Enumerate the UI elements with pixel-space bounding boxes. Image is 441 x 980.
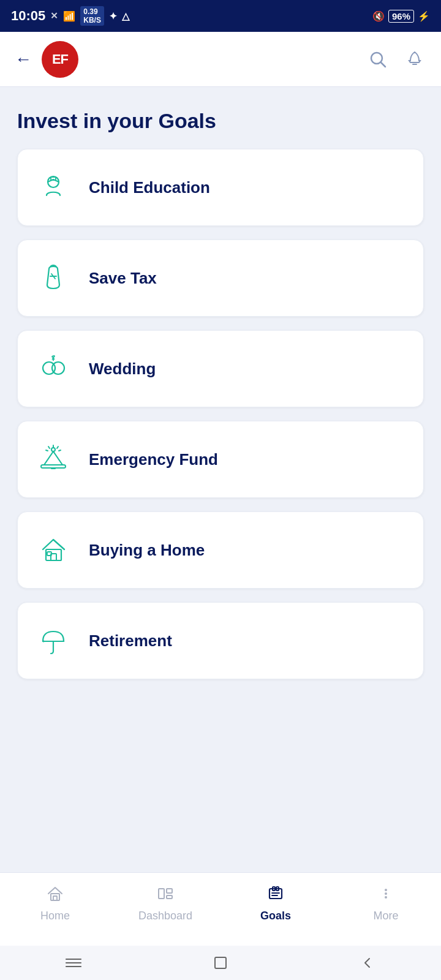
back-button[interactable]: ← xyxy=(15,50,32,69)
svg-line-10 xyxy=(57,447,58,448)
bluetooth-icon: ✦ xyxy=(109,10,117,22)
page-title-area: Invest in your Goals xyxy=(0,87,441,143)
svg-rect-15 xyxy=(46,549,61,560)
notification-button[interactable] xyxy=(403,48,426,71)
graduation-icon xyxy=(35,169,72,206)
goal-card-emergency-fund[interactable]: Emergency Fund xyxy=(17,421,424,498)
android-home-button[interactable] xyxy=(202,951,239,975)
home-icon xyxy=(35,532,72,568)
nav-item-dashboard[interactable]: Dashboard xyxy=(110,881,221,922)
svg-rect-24 xyxy=(167,895,172,899)
dashboard-nav-label: Dashboard xyxy=(138,910,192,922)
wedding-icon xyxy=(35,350,72,387)
header-left: ← EF xyxy=(15,41,78,78)
sim-icon: ✕ xyxy=(50,10,58,21)
svg-rect-36 xyxy=(215,957,226,968)
bottom-navigation: Home Dashboard Goals xyxy=(0,872,441,946)
android-menu-button[interactable] xyxy=(55,951,92,975)
time-display: 10:05 xyxy=(11,8,45,24)
svg-rect-22 xyxy=(159,889,164,899)
svg-point-31 xyxy=(385,892,387,895)
data-speed: 0.39KB/S xyxy=(80,6,104,26)
app-header: ← EF xyxy=(0,32,441,87)
goal-card-save-tax[interactable]: Save Tax xyxy=(17,239,424,317)
status-time: 10:05 ✕ 📶 0.39KB/S ✦ △ xyxy=(11,6,129,26)
goal-label-wedding: Wedding xyxy=(89,360,156,379)
svg-line-13 xyxy=(46,450,48,451)
nav-item-goals[interactable]: Goals xyxy=(221,881,331,922)
nav-item-home[interactable]: Home xyxy=(0,881,110,922)
more-nav-icon xyxy=(374,881,398,906)
goal-card-retirement[interactable]: Retirement xyxy=(17,602,424,679)
nav-item-more[interactable]: More xyxy=(331,881,441,922)
android-back-button[interactable] xyxy=(349,951,386,975)
svg-rect-20 xyxy=(51,894,59,900)
mute-icon: 🔇 xyxy=(372,10,385,22)
svg-point-30 xyxy=(385,889,387,891)
goals-nav-label: Goals xyxy=(260,910,291,922)
goal-label-buying-home: Buying a Home xyxy=(89,541,205,560)
goals-list: Child Education Save Tax Wedding xyxy=(0,143,441,692)
status-bar: 10:05 ✕ 📶 0.39KB/S ✦ △ 🔇 96% ⚡ xyxy=(0,0,441,32)
goal-label-retirement: Retirement xyxy=(89,631,172,650)
svg-rect-23 xyxy=(167,889,172,893)
svg-point-19 xyxy=(42,640,44,642)
header-right xyxy=(366,48,426,71)
emergency-icon xyxy=(35,441,72,478)
home-nav-icon xyxy=(43,881,67,906)
goals-nav-icon xyxy=(263,881,288,906)
status-right-icons: 🔇 96% ⚡ xyxy=(372,10,430,23)
goal-label-emergency-fund: Emergency Fund xyxy=(89,450,218,469)
wifi-icon: 📶 xyxy=(63,10,75,22)
svg-point-6 xyxy=(52,362,64,374)
search-button[interactable] xyxy=(366,48,390,71)
goal-label-save-tax: Save Tax xyxy=(89,269,157,288)
svg-rect-4 xyxy=(51,177,56,180)
more-nav-label: More xyxy=(373,910,398,922)
page-title: Invest in your Goals xyxy=(17,109,424,133)
goal-card-wedding[interactable]: Wedding xyxy=(17,330,424,407)
app-logo: EF xyxy=(42,41,78,78)
svg-line-1 xyxy=(381,62,386,67)
home-nav-label: Home xyxy=(40,910,70,922)
battery-display: 96% xyxy=(388,10,414,23)
goal-label-child-education: Child Education xyxy=(89,178,210,197)
svg-rect-21 xyxy=(53,896,57,900)
svg-line-11 xyxy=(48,447,50,448)
goal-card-buying-home[interactable]: Buying a Home xyxy=(17,511,424,589)
svg-point-3 xyxy=(48,176,59,187)
charging-icon: ⚡ xyxy=(418,10,430,22)
android-nav-bar xyxy=(0,946,441,980)
alert-icon: △ xyxy=(122,10,129,22)
tax-bag-icon xyxy=(35,260,72,296)
svg-line-12 xyxy=(59,450,61,451)
goal-card-child-education[interactable]: Child Education xyxy=(17,149,424,226)
dashboard-nav-icon xyxy=(153,881,178,906)
retirement-icon xyxy=(35,622,72,659)
svg-point-32 xyxy=(385,896,387,899)
svg-rect-25 xyxy=(270,889,282,899)
